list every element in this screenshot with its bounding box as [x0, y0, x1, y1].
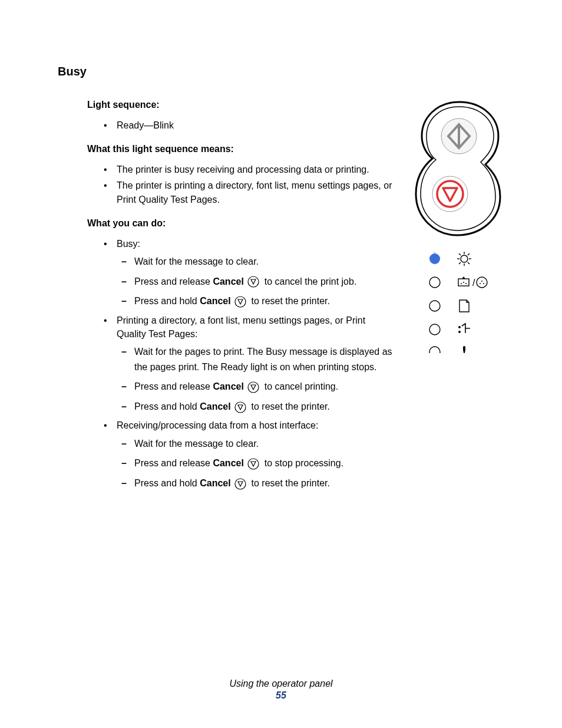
sub-item: Wait for the message to clear.	[134, 436, 397, 452]
sub-item: Press and release Cancel to cancel the p…	[134, 274, 397, 289]
list-item-printing: Printing a directory, a font list, menu …	[117, 314, 397, 414]
lightbulb-icon	[457, 252, 471, 266]
text: Press and hold	[134, 401, 200, 411]
text: Press and release	[134, 276, 213, 286]
text: Press and release	[134, 458, 213, 468]
error-light-icon	[429, 347, 440, 353]
ready-light-icon	[429, 252, 441, 265]
printing-sublist: Wait for the pages to print. The Busy me…	[117, 344, 397, 414]
cancel-label: Cancel	[200, 478, 230, 488]
jam-light-icon	[429, 324, 440, 335]
jam-icon	[458, 324, 470, 333]
sub-item: Press and hold Cancel to reset the print…	[134, 399, 397, 414]
svg-point-4	[248, 459, 259, 469]
svg-point-29	[458, 326, 461, 328]
cancel-icon	[234, 478, 246, 490]
text: to reset the printer.	[252, 401, 330, 411]
svg-point-30	[458, 331, 461, 333]
page-number: 55	[0, 690, 562, 701]
busy-label: Busy:	[117, 239, 140, 249]
svg-point-25	[477, 277, 487, 288]
footer-caption: Using the operator panel	[0, 678, 562, 689]
text: Press and hold	[134, 478, 200, 488]
receiving-label: Receiving/processing data from a host in…	[117, 420, 318, 430]
svg-point-27	[481, 281, 482, 282]
list-item: Ready—Blink	[117, 118, 397, 132]
light-sequence-heading: Light sequence:	[87, 100, 397, 110]
operator-panel-diagram: /	[409, 100, 509, 495]
page-footer: Using the operator panel 55	[0, 678, 562, 701]
svg-point-1	[235, 297, 246, 307]
printing-label: Printing a directory, a font list, menu …	[117, 315, 365, 339]
do-heading: What you can do:	[87, 218, 397, 229]
svg-point-26	[480, 283, 481, 284]
svg-line-19	[459, 262, 461, 264]
sub-item: Wait for the pages to print. The Busy me…	[134, 344, 397, 374]
svg-point-11	[461, 255, 468, 262]
svg-line-17	[468, 262, 470, 264]
light-sequence-list: Ready—Blink	[58, 118, 397, 132]
cancel-label: Cancel	[200, 296, 230, 306]
means-heading: What this light sequence means:	[87, 144, 397, 154]
text: to cancel printing.	[265, 381, 338, 391]
cancel-label: Cancel	[200, 401, 230, 411]
cancel-icon	[247, 381, 259, 393]
svg-point-23	[465, 283, 467, 284]
toner-light-icon	[429, 277, 440, 288]
cancel-icon	[247, 276, 259, 288]
panel-svg: /	[409, 100, 509, 353]
svg-point-21	[461, 283, 462, 284]
error-icon	[463, 346, 465, 353]
list-item-busy: Busy: Wait for the message to clear. Pre…	[117, 237, 397, 309]
busy-sublist: Wait for the message to clear. Press and…	[117, 254, 397, 309]
list-item: The printer is printing a directory, fon…	[117, 179, 397, 206]
svg-point-22	[463, 282, 464, 283]
cancel-icon	[247, 458, 259, 470]
list-item-receiving: Receiving/processing data from a host in…	[117, 419, 397, 490]
svg-line-16	[459, 253, 461, 255]
svg-point-2	[248, 382, 259, 393]
sub-item: Press and hold Cancel to reset the print…	[134, 294, 397, 309]
sub-item: Wait for the message to clear.	[134, 254, 397, 269]
cancel-label: Cancel	[213, 458, 243, 468]
svg-text:/: /	[472, 278, 475, 288]
section-title: Busy	[58, 65, 509, 78]
sub-item: Press and hold Cancel to reset the print…	[134, 476, 397, 491]
sub-item: Press and release Cancel to stop process…	[134, 456, 397, 471]
text: to stop processing.	[265, 458, 343, 468]
receiving-sublist: Wait for the message to clear. Press and…	[117, 436, 397, 491]
text: to reset the printer.	[252, 296, 330, 306]
svg-point-5	[235, 479, 246, 489]
svg-point-3	[235, 402, 246, 413]
svg-line-18	[468, 253, 470, 255]
cancel-icon	[234, 401, 246, 413]
toner-icon: /	[458, 276, 487, 288]
cancel-icon	[234, 296, 246, 308]
sub-item: Press and release Cancel to cancel print…	[134, 379, 397, 394]
paper-icon	[459, 300, 469, 312]
text: to reset the printer.	[252, 478, 330, 488]
svg-point-28	[483, 283, 484, 284]
list-item: The printer is busy receiving and proces…	[117, 163, 397, 176]
text: Press and release	[134, 381, 213, 391]
text: to cancel the print job.	[265, 276, 357, 286]
do-list: Busy: Wait for the message to clear. Pre…	[58, 237, 397, 491]
svg-point-0	[248, 276, 259, 287]
text: Press and hold	[134, 296, 200, 306]
cancel-label: Cancel	[213, 276, 243, 286]
content-column: Light sequence: Ready—Blink What this li…	[58, 100, 397, 495]
cancel-label: Cancel	[213, 381, 243, 391]
paper-light-icon	[429, 301, 440, 311]
means-list: The printer is busy receiving and proces…	[58, 163, 397, 206]
